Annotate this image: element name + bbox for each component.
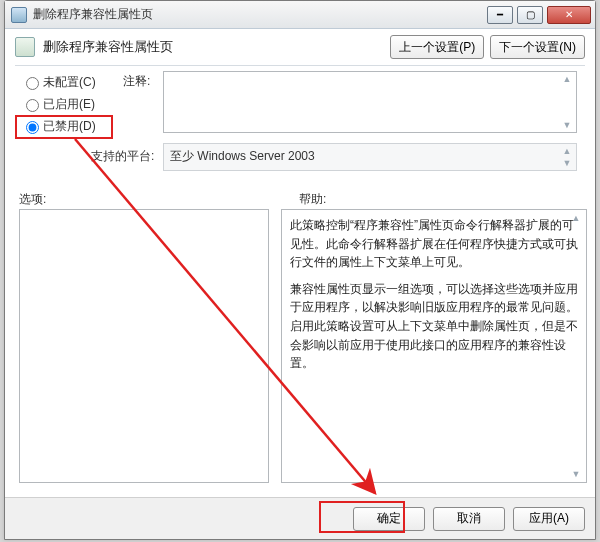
radio-disabled-input[interactable] [26,121,39,134]
divider [15,65,585,66]
radio-enabled-input[interactable] [26,99,39,112]
radio-enabled[interactable]: 已启用(E) [21,93,121,115]
close-button[interactable]: ✕ [547,6,591,24]
header: 删除程序兼容性属性页 上一个设置(P) 下一个设置(N) [5,29,595,63]
help-panel: 此策略控制“程序兼容性”属性页命令行解释器扩展的可见性。此命令行解释器扩展在任何… [281,209,587,483]
policy-title: 删除程序兼容性属性页 [43,38,384,56]
dialog-window: 删除程序兼容性属性页 ━ ▢ ✕ 删除程序兼容性属性页 上一个设置(P) 下一个… [4,0,596,540]
previous-setting-button[interactable]: 上一个设置(P) [390,35,484,59]
scrollbar[interactable]: ▲▼ [560,146,574,168]
radio-disabled-label: 已禁用(D) [43,118,96,135]
ok-button[interactable]: 确定 [353,507,425,531]
titlebar: 删除程序兼容性属性页 ━ ▢ ✕ [5,1,595,29]
scrollbar[interactable]: ▲▼ [569,213,583,479]
policy-icon [15,37,35,57]
state-radio-group: 未配置(C) 已启用(E) 已禁用(D) [21,71,121,137]
comment-label: 注释: [123,73,150,90]
help-paragraph-2: 兼容性属性页显示一组选项，可以选择这些选项并应用于应用程序，以解决影响旧版应用程… [290,280,578,373]
radio-disabled[interactable]: 已禁用(D) [21,115,121,137]
apply-button[interactable]: 应用(A) [513,507,585,531]
comment-textarea[interactable]: ▲▼ [163,71,577,133]
options-label: 选项: [19,191,46,208]
minimize-button[interactable]: ━ [487,6,513,24]
help-paragraph-1: 此策略控制“程序兼容性”属性页命令行解释器扩展的可见性。此命令行解释器扩展在任何… [290,216,578,272]
app-icon [11,7,27,23]
platform-value: 至少 Windows Server 2003 [170,149,315,163]
window-title: 删除程序兼容性属性页 [33,6,487,23]
radio-not-configured-label: 未配置(C) [43,74,96,91]
dialog-footer: 确定 取消 应用(A) [5,497,595,539]
scrollbar[interactable]: ▲▼ [560,74,574,130]
radio-not-configured[interactable]: 未配置(C) [21,71,121,93]
cancel-button[interactable]: 取消 [433,507,505,531]
radio-enabled-label: 已启用(E) [43,96,95,113]
platform-label: 支持的平台: [91,148,154,165]
options-panel [19,209,269,483]
help-label: 帮助: [299,191,326,208]
next-setting-button[interactable]: 下一个设置(N) [490,35,585,59]
radio-not-configured-input[interactable] [26,77,39,90]
maximize-button[interactable]: ▢ [517,6,543,24]
platform-value-box: 至少 Windows Server 2003 ▲▼ [163,143,577,171]
